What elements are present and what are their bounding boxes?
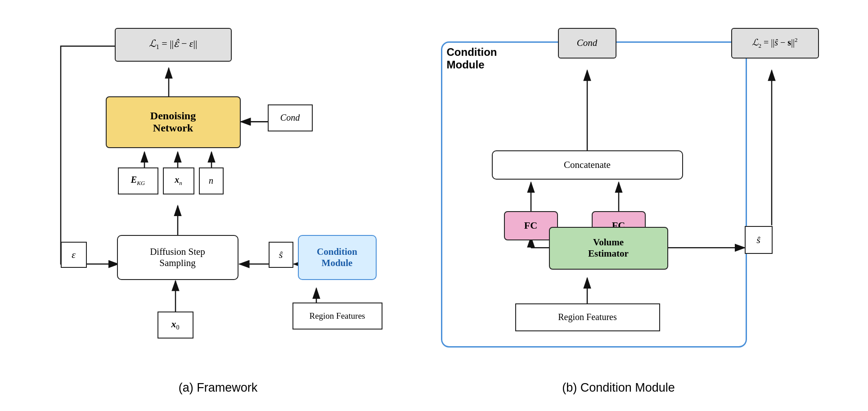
n-label: n (209, 176, 213, 186)
region-features-right-box: Region Features (515, 303, 660, 331)
condition-module-left-box: ConditionModule (298, 235, 377, 280)
cond-label-right: Cond (558, 28, 616, 59)
diffusion-step-sampling-box: Diffusion StepSampling (117, 235, 238, 280)
fc1-label: FC (524, 220, 537, 231)
volume-estimator-box: VolumeEstimator (549, 227, 668, 270)
right-caption: (b) Condition Module (416, 381, 821, 395)
cond-text-left: Cond (280, 113, 300, 123)
shat-label-left: ŝ (279, 249, 283, 261)
region-features-right-label: Region Features (558, 312, 617, 322)
region-features-left-box: Region Features (292, 303, 382, 330)
loss1-box: ℒ1 = ||ε̂ − ε|| (115, 28, 232, 62)
xn-label: xn (175, 175, 182, 187)
volume-estimator-label: VolumeEstimator (588, 237, 629, 259)
shat-label-right: ŝ (756, 234, 760, 246)
right-diagram: ConditionModule (416, 14, 821, 397)
xn-box: xn (163, 167, 194, 194)
loss1-text: ℒ1 = ||ε̂ − ε|| (149, 38, 198, 51)
left-caption: (a) Framework (47, 381, 389, 395)
epsilon-label: ε (72, 249, 76, 261)
ekg-label: EKG (131, 175, 145, 187)
region-features-left-label: Region Features (309, 311, 365, 321)
left-diagram: ℒ1 = ||ε̂ − ε|| DenoisingNetwork Cond EK… (47, 14, 389, 397)
ekg-box: EKG (118, 167, 158, 194)
right-caption-text: (b) Condition Module (562, 381, 675, 394)
loss2-text: ℒ2 = ||ŝ − s||2 (752, 36, 797, 50)
n-box: n (199, 167, 224, 194)
concatenate-box: Concatenate (492, 150, 683, 180)
condition-module-right-title: ConditionModule (447, 46, 497, 71)
loss2-box: ℒ2 = ||ŝ − s||2 (731, 28, 819, 59)
left-caption-text: (a) Framework (179, 381, 258, 394)
shat-box-right: ŝ (745, 226, 773, 254)
cond-label-left: Cond (268, 104, 313, 131)
condition-module-right-container (441, 41, 747, 348)
denoising-network-label: DenoisingNetwork (150, 110, 196, 134)
condition-module-left-label: ConditionModule (317, 246, 357, 269)
x0-label: x0 (171, 318, 179, 331)
x0-box: x0 (157, 312, 193, 339)
concatenate-label: Concatenate (564, 159, 611, 171)
denoising-network-box: DenoisingNetwork (106, 96, 241, 148)
left-arrows (47, 14, 389, 397)
diffusion-step-sampling-label: Diffusion StepSampling (150, 246, 205, 269)
diagram-container: ℒ1 = ||ε̂ − ε|| DenoisingNetwork Cond EK… (0, 0, 868, 411)
epsilon-box: ε (61, 242, 87, 268)
shat-box-left: ŝ (269, 242, 293, 268)
cond-text-right: Cond (577, 37, 598, 49)
